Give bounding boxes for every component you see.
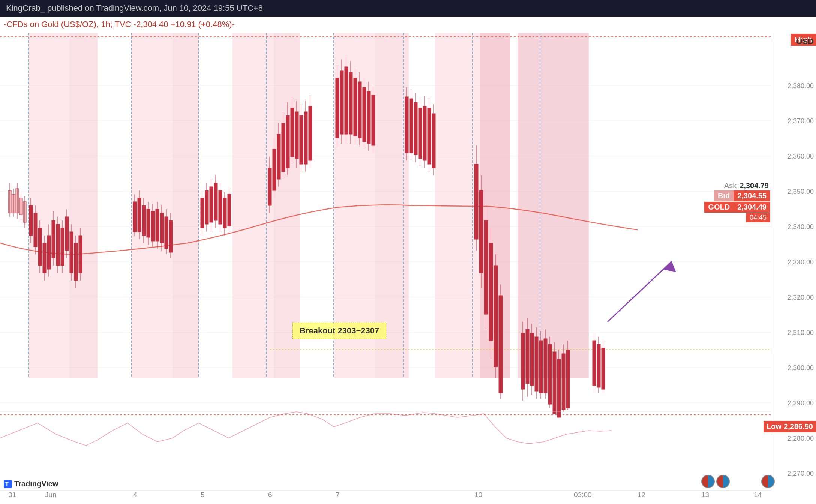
time-4: 4 [133, 491, 137, 499]
time-7: 7 [336, 491, 340, 499]
svg-rect-12 [69, 33, 98, 378]
bid-row: Bid 2,304.55 [714, 190, 770, 201]
currency-label: USD [796, 37, 814, 46]
ask-bid-panel: Ask 2,304.79 Bid 2,304.55 GOLD 2,304.49 … [704, 182, 770, 222]
svg-rect-11 [28, 33, 69, 378]
gold-label: GOLD [704, 202, 734, 213]
svg-line-192 [608, 262, 671, 322]
price-2360: 2,360.00 [788, 153, 814, 160]
tv-logo-icon: T [4, 480, 12, 488]
price-2290: 2,290.00 [788, 399, 814, 407]
time-axis: 31 Jun 4 5 6 7 10 03:00 12 13 14 [0, 490, 771, 504]
svg-rect-15 [232, 33, 274, 378]
svg-rect-14 [172, 33, 199, 378]
time-6: 6 [268, 491, 272, 499]
gold-time: 04:45 [746, 213, 770, 222]
low-label: Low 2,286.50 [764, 421, 816, 432]
price-2280: 2,280.00 [788, 435, 814, 442]
time-03: 03:00 [574, 491, 592, 499]
svg-text:T: T [5, 481, 9, 487]
time-13: 13 [701, 491, 709, 499]
main-chart-svg [0, 33, 771, 490]
chart-title: -CFDs on Gold (US$/OZ), 1h; TVC -2,304.4… [4, 20, 235, 29]
flag-1 [701, 475, 715, 488]
session-flags-2 [761, 475, 775, 488]
time-14: 14 [754, 491, 762, 499]
price-2380: 2,380.00 [788, 82, 814, 90]
time-12: 12 [638, 491, 645, 499]
session-flags-1 [701, 475, 730, 488]
ask-value: 2,304.79 [740, 182, 769, 190]
time-10: 10 [474, 491, 482, 499]
time-31: 31 [8, 491, 16, 499]
price-2270: 2,270.00 [788, 470, 814, 478]
bid-value: 2,304.55 [734, 190, 770, 201]
price-2330: 2,330.00 [788, 258, 814, 266]
time-jun: Jun [45, 491, 57, 499]
price-2300: 2,300.00 [788, 364, 814, 372]
gold-time-row: 04:45 [746, 213, 770, 222]
price-2350: 2,350.00 [788, 188, 814, 196]
svg-marker-193 [664, 262, 675, 271]
top-bar: KingCrab_ published on TradingView.com, … [0, 0, 816, 16]
price-2370: 2,370.00 [788, 117, 814, 125]
price-2320: 2,320.00 [788, 294, 814, 302]
ask-row: Ask 2,304.79 [724, 182, 770, 190]
svg-rect-21 [518, 33, 589, 378]
bid-label: Bid [714, 190, 734, 201]
flag-2 [716, 475, 730, 488]
tradingview-logo: T TradingView [4, 480, 58, 488]
svg-rect-19 [435, 33, 480, 378]
price-2340: 2,340.00 [788, 223, 814, 231]
price-2310: 2,310.00 [788, 329, 814, 337]
gold-row: GOLD 2,304.49 [704, 202, 770, 213]
breakout-box: Breakout 2303~2307 [292, 322, 386, 339]
top-bar-text: KingCrab_ published on TradingView.com, … [6, 3, 263, 13]
price-axis: High 2,380.00 2,370.00 2,360.00 2,350.00… [771, 33, 816, 490]
flag-3 [761, 475, 775, 488]
ask-label: Ask [724, 182, 736, 190]
gold-value: 2,304.49 [734, 202, 770, 213]
time-5: 5 [201, 491, 205, 499]
chart-container: -CFDs on Gold (US$/OZ), 1h; TVC -2,304.4… [0, 16, 816, 504]
